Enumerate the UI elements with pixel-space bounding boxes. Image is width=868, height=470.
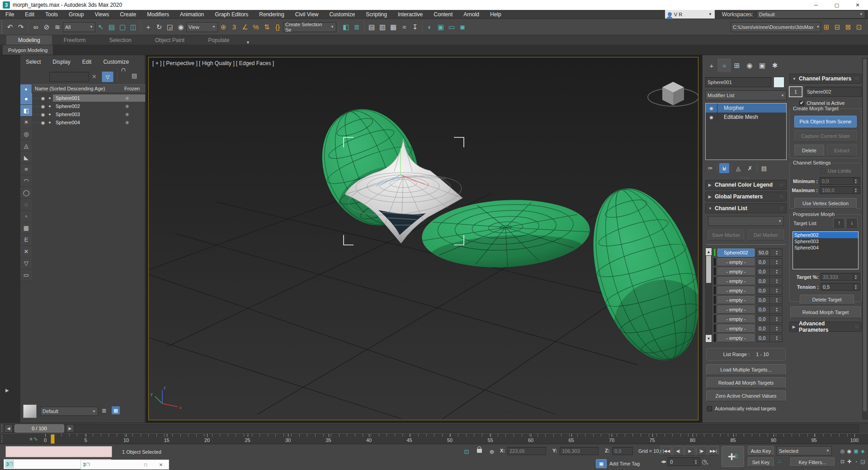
table-row[interactable]: ◉ ● Sphere002 ✻ xyxy=(32,102,145,110)
selection-filter-icon[interactable]: ▽ xyxy=(102,71,113,82)
explorer-menu-select[interactable]: Select xyxy=(26,59,41,65)
folder-options-icon[interactable]: ⊡ xyxy=(854,22,864,33)
previous-key-icon[interactable]: ◀| xyxy=(673,446,684,456)
hierarchy-tab-icon[interactable]: ⊞ xyxy=(731,59,743,72)
save-marker-button[interactable]: Save Marker xyxy=(708,230,744,240)
menu-item[interactable]: Animation xyxy=(175,11,209,18)
list-view-icon[interactable]: ≣ xyxy=(102,407,107,414)
eye-icon[interactable]: ◉ xyxy=(706,103,717,113)
display-text-icon[interactable]: E xyxy=(20,234,32,246)
account-dropdown[interactable]: V R ▼ xyxy=(665,10,715,19)
x-coordinate-field[interactable]: 223,65 xyxy=(507,447,546,455)
display-search-icon[interactable]: ◌ xyxy=(20,199,32,211)
object-dot-icon[interactable]: ● xyxy=(47,104,53,108)
menu-item[interactable]: Views xyxy=(89,11,114,18)
render-setup-icon[interactable]: ▣ xyxy=(435,22,446,33)
extract-button[interactable]: Extract xyxy=(827,145,857,156)
menu-item[interactable]: Graph Editors xyxy=(209,11,254,18)
frozen-icon[interactable]: ✻ xyxy=(125,104,129,109)
channel-button[interactable]: - empty - xyxy=(717,268,755,276)
menu-item[interactable]: Rendering xyxy=(254,11,289,18)
expand-panel-icon[interactable]: ▶ xyxy=(5,388,9,393)
delete-button[interactable]: Delete xyxy=(794,145,824,156)
use-vertex-selection-button[interactable]: Use Vertex Selection xyxy=(794,198,857,209)
channel-button[interactable]: Sphere002 xyxy=(717,249,755,257)
channel-value-spinner[interactable]: 0,0 ▲▼ xyxy=(756,268,783,276)
channel-button[interactable]: - empty - xyxy=(717,287,755,295)
isolate-selection-icon[interactable]: ⊡ xyxy=(462,447,471,456)
morph-sphere-d[interactable] xyxy=(574,176,698,376)
select-object-icon[interactable]: ↖ xyxy=(95,22,106,33)
rectangular-selection-region-icon[interactable]: ▢ xyxy=(117,22,128,33)
go-to-start-icon[interactable]: |◀◀ xyxy=(661,446,672,456)
create-tab-icon[interactable]: + xyxy=(705,59,718,72)
selection-column-header[interactable]: ● xyxy=(20,85,32,94)
menu-item[interactable]: Tools xyxy=(40,11,63,18)
channel-button[interactable]: - empty - xyxy=(717,258,755,266)
selection-lock-icon[interactable] xyxy=(475,445,484,454)
choose-columns-icon[interactable]: ▤ xyxy=(132,72,137,79)
selection-filter-dropdown[interactable]: All ▼ xyxy=(63,22,95,32)
object-dot-icon[interactable]: ● xyxy=(47,120,53,125)
channel-name-field[interactable]: Sphere002 xyxy=(805,87,862,97)
explorer-menu-display[interactable]: Display xyxy=(52,59,70,65)
eye-icon[interactable]: ◉ xyxy=(706,113,717,122)
menu-item[interactable]: Create xyxy=(114,11,142,18)
delete-target-button[interactable]: Delete Target xyxy=(800,295,854,305)
select-and-place-icon[interactable]: ◉ xyxy=(175,22,186,33)
render-production-icon[interactable]: ◙ xyxy=(457,22,468,33)
channel-value-spinner[interactable]: 0,0 ▲▼ xyxy=(756,306,783,314)
eye-icon[interactable]: ◉ xyxy=(39,96,47,101)
snaps-toggle-3d-icon[interactable]: 3 xyxy=(229,22,240,33)
go-to-end-icon[interactable]: ▶▶| xyxy=(708,446,719,456)
eye-icon[interactable]: ◉ xyxy=(39,112,47,117)
channel-button[interactable]: - empty - xyxy=(717,306,755,314)
menu-item[interactable]: Scripting xyxy=(360,11,392,18)
save-scene-icon[interactable]: ⊠ xyxy=(843,22,854,33)
open-project-folder-icon[interactable]: ⊟ xyxy=(832,22,843,33)
frozen-icon[interactable]: ✻ xyxy=(125,120,129,125)
use-limits-checkbox[interactable] xyxy=(821,169,826,174)
channel-value-spinner[interactable]: 0,0 ▲▼ xyxy=(756,258,783,266)
reference-coordinate-dropdown[interactable]: View ▼ xyxy=(186,22,218,32)
channel-value-spinner[interactable]: 0,0 ▲▼ xyxy=(756,334,783,342)
rollout-channel-color-legend[interactable]: ▶Channel Color Legend∷ xyxy=(705,180,787,190)
object-dot-icon[interactable]: ● xyxy=(47,96,53,100)
ribbon-tab[interactable]: Modeling xyxy=(6,35,52,45)
time-configuration-icon[interactable]: ◷ xyxy=(702,458,707,465)
list-range-button[interactable]: List Range : 1 - 10 xyxy=(706,348,786,361)
modifier-list-dropdown[interactable]: Modifier List ▼ xyxy=(705,90,787,100)
target-list-item[interactable]: Sphere004 xyxy=(793,244,858,251)
rollout-advanced-parameters[interactable]: ▶Advanced Parameters∷ xyxy=(789,322,862,332)
display-cameras-icon[interactable]: ◎ xyxy=(20,128,32,140)
toggle-ribbon-icon[interactable]: ▦ xyxy=(388,22,399,33)
project-folder-icon[interactable]: ⊞ xyxy=(821,22,832,33)
ribbon-options-icon[interactable]: ▼ xyxy=(241,40,255,45)
orbit-icon[interactable]: ◔ xyxy=(853,456,859,467)
display-tab-icon[interactable]: ▣ xyxy=(756,59,769,72)
ribbon-tab[interactable]: Freeform xyxy=(52,35,98,45)
auto-key-button[interactable]: Auto Key xyxy=(748,446,774,456)
display-cut-icon[interactable]: ✕ xyxy=(20,246,32,258)
view-cube[interactable] xyxy=(648,82,698,106)
material-swatch[interactable] xyxy=(23,404,37,418)
time-slider-handle[interactable]: 0 / 100 xyxy=(14,424,64,432)
minimize-button[interactable]: ─ xyxy=(806,0,826,10)
key-mode-dropdown[interactable]: Selected ▼ xyxy=(777,446,832,456)
named-selection-sets-icon[interactable]: {} xyxy=(272,22,283,33)
explorer-menu-edit[interactable]: Edit xyxy=(82,59,92,65)
zero-active-channel-values-button[interactable]: Zero Active Channel Values xyxy=(706,390,786,401)
close-button[interactable]: ✕ xyxy=(847,0,868,10)
frozen-icon[interactable]: ✻ xyxy=(125,96,129,101)
display-folder-icon[interactable]: ▭ xyxy=(20,269,32,281)
configure-modifier-sets-icon[interactable]: ▤ xyxy=(759,163,769,173)
next-frame-icon[interactable]: ▶ xyxy=(66,424,74,432)
reload-morph-target-button[interactable]: Reload Morph Target xyxy=(790,306,861,318)
material-editor-icon[interactable]: ◐ xyxy=(425,22,435,33)
explorer-menu-customize[interactable]: Customize xyxy=(103,59,129,65)
rollout-channel-parameters[interactable]: ▼Channel Parameters∷ xyxy=(789,74,862,84)
menu-item[interactable]: Arnold xyxy=(458,11,485,18)
zoom-extents-all-icon[interactable]: ◈ xyxy=(859,446,866,456)
display-filter-icon[interactable]: ▽ xyxy=(20,258,32,269)
channel-button[interactable]: - empty - xyxy=(717,315,755,323)
